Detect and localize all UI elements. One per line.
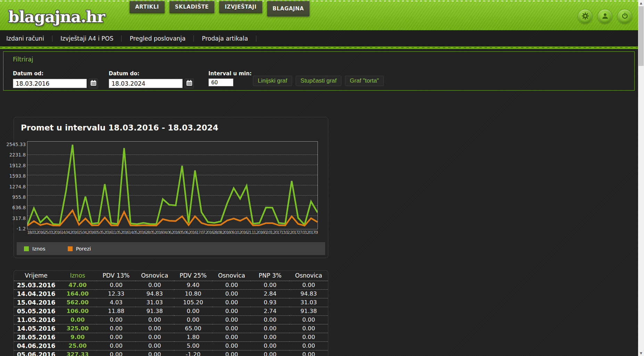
row-value: 0.00 [212,315,251,324]
table-row: 14.05.2016325.000.000.0065.000.000.000.0… [14,324,328,333]
power-icon [621,12,629,21]
row-value: 0.00 [212,324,251,333]
tab-blagajna[interactable]: BLAGAJNA [267,1,309,16]
row-value: 91.38 [289,307,328,315]
page-scrollbar[interactable]: ▲ ▼ [638,0,644,356]
subnav-prodaja-artikala[interactable]: Prodaja artikala [202,35,248,42]
y-axis-labels: 2545.332231.81912.81593.81274.8955.8636.… [4,142,26,231]
tab-izvjestaji[interactable]: IZVJEŠTAJI [219,1,262,13]
row-value: 0.00 [135,350,174,356]
table-row: 14.04.2016164.0012.3394.8310.800.002.849… [14,289,328,298]
row-value: 2.84 [251,289,289,298]
row-date: 04.06.2016 [14,341,58,350]
main-nav: ARTIKLI SKLADIŠTE IZVJEŠTAJI BLAGAJNA [130,1,309,16]
row-value: 0.00 [135,324,174,333]
row-value: 0.00 [212,350,251,356]
row-date: 25.03.2016 [14,281,58,289]
chart-title: Promet u intervalu 18.03.2016 - 18.03.20… [21,123,218,132]
settings-button[interactable] [578,9,593,24]
interval-field: Interval u min: [208,70,252,86]
row-value: 0.00 [289,333,328,341]
date-to-field: Datum do: [109,70,194,88]
date-to-input[interactable] [109,79,183,88]
scrollbar-down-arrow[interactable]: ▼ [638,350,644,356]
bar-graph-button[interactable]: Stupčasti graf [296,76,341,86]
column-header-osnovica1: Osnovica [135,271,174,281]
date-from-label: Datum od: [13,70,98,77]
row-value: 31.03 [135,298,174,307]
row-value: 0.00 [212,281,251,289]
column-header-pnp3: PNP 3% [251,271,289,281]
row-date: 05.06.2016 [14,350,58,356]
row-value: 31.03 [289,298,328,307]
y-axis-tick: -1.2 [17,226,26,231]
row-value: 4.03 [97,298,135,307]
date-to-calendar-button[interactable] [184,78,194,88]
y-axis-tick: 1274.8 [9,184,26,189]
pie-graph-button[interactable]: Graf "torta" [345,76,384,86]
legend-item-porezi: Porezi [68,246,91,252]
subnav-izdani-racuni[interactable]: Izdani računi [6,35,44,42]
row-value: 562.00 [58,298,97,307]
row-value: 325.00 [58,324,97,333]
row-value: 0.00 [97,315,135,324]
table-header-row: Vrijeme Iznos PDV 13% Osnovica PDV 25% O… [14,271,328,281]
column-header-pdv25: PDV 25% [174,271,213,281]
user-button[interactable] [597,9,612,24]
header-icon-buttons [578,9,632,24]
y-axis-tick: 955.8 [12,195,26,200]
y-axis-tick: 317.8 [12,216,26,221]
subnav-pregled-poslovanja[interactable]: Pregled poslovanja [130,35,185,42]
row-value: 0.00 [58,315,97,324]
row-value: 0.00 [135,281,174,289]
calendar-icon [90,79,97,88]
row-value: 327.33 [58,350,97,356]
row-value: 9.00 [58,333,97,341]
subnav-izvjestaji-a4-pos[interactable]: Izvještaji A4 i POS [60,35,113,42]
y-axis-tick: 1593.8 [9,173,26,178]
y-axis-tick: 2231.8 [9,152,26,157]
chart-panel: Promet u intervalu 18.03.2016 - 18.03.20… [14,117,328,258]
subnav-separator [52,35,52,42]
row-value: 0.00 [251,324,289,333]
green-divider-strip [0,46,644,49]
tab-artikli[interactable]: ARTIKLI [130,1,165,13]
x-axis-labels: 18.03.201625.03.201614.04.201615.04.2016… [27,230,318,235]
legend-item-iznos: Iznos [24,246,46,252]
date-from-calendar-button[interactable] [89,78,98,88]
row-value: 0.00 [97,281,135,289]
row-value: 11.88 [97,307,135,315]
app-logo[interactable]: blagajna.hr [8,8,105,26]
report-table: Vrijeme Iznos PDV 13% Osnovica PDV 25% O… [14,271,328,356]
row-date: 28.05.2016 [14,333,58,341]
table-row: 28.05.20169.000.000.001.800.000.000.00 [14,333,328,341]
row-value: 2.74 [251,307,289,315]
y-axis-tick: 1912.8 [9,163,26,168]
row-value: 0.00 [212,298,251,307]
row-date: 14.04.2016 [14,289,58,298]
scrollbar-up-arrow[interactable]: ▲ [638,0,644,6]
row-value: 105.20 [174,298,213,307]
row-date: 05.05.2016 [14,307,58,315]
logout-button[interactable] [617,9,632,24]
interval-input[interactable] [208,78,233,86]
row-value: 0.00 [289,315,328,324]
graph-type-buttons: Linijski graf Stupčasti graf Graf "torta… [253,76,384,86]
row-value: 91.38 [135,307,174,315]
row-value: 0.00 [251,341,289,350]
date-to-label: Datum do: [109,70,194,77]
row-value: 0.00 [97,333,135,341]
subnav-separator [121,35,122,42]
subnav-separator [193,35,194,42]
scrollbar-thumb[interactable] [638,6,644,66]
tab-skladiste[interactable]: SKLADIŠTE [170,1,214,13]
line-graph-button[interactable]: Linijski graf [253,76,292,86]
report-table-panel: Vrijeme Iznos PDV 13% Osnovica PDV 25% O… [14,270,328,356]
date-from-input[interactable] [13,79,87,88]
row-value: 0.00 [212,307,251,315]
row-value: 0.00 [135,315,174,324]
y-axis-tick: 2545.33 [6,142,26,147]
row-value: 0.93 [251,298,289,307]
row-value: 65.00 [174,324,213,333]
row-value: 0.00 [212,289,251,298]
